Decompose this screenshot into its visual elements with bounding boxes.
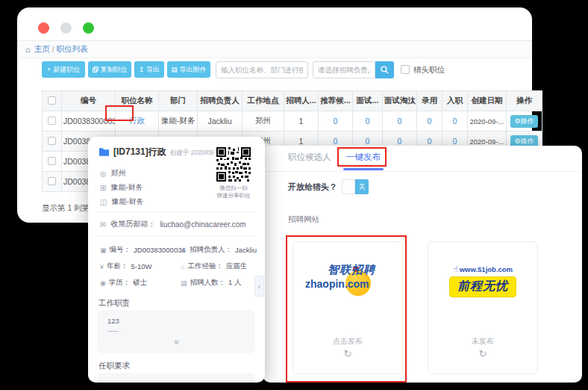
active-tab-underline bbox=[343, 168, 384, 170]
headhunt-toggle-label: 开放给猎头？ bbox=[288, 182, 337, 193]
table-header-row: 编号 职位名称 部门 招聘负责人 工作地点 招聘人... 推荐候... 面试..… bbox=[43, 91, 542, 111]
count-interview[interactable]: 0 bbox=[366, 117, 370, 126]
table-row: JD00383000036 行政 豫能-财务 Jackliu 郑州 1 0 0 … bbox=[43, 111, 542, 131]
experience-icon: ⌂ bbox=[181, 263, 184, 270]
field-label: 招聘人数： bbox=[190, 278, 226, 288]
window-close-button[interactable] bbox=[38, 22, 49, 34]
export-button[interactable]: ↥ 导出 bbox=[134, 61, 164, 78]
export-attachment-button[interactable]: ▤ 导出附件 bbox=[167, 61, 210, 78]
export-label: 导出 bbox=[146, 65, 160, 75]
headhunt-toggle[interactable]: 关 bbox=[342, 179, 369, 194]
qr-code-block: 微信扫一扫 快速分享职位 bbox=[213, 147, 254, 199]
owner-select[interactable] bbox=[313, 61, 375, 78]
expand-chevron-icon[interactable]: « bbox=[171, 340, 181, 345]
copy-icon bbox=[93, 66, 98, 72]
count-recommend[interactable]: 0 bbox=[334, 137, 338, 146]
copy-job-button[interactable]: 复制职位 bbox=[88, 61, 131, 78]
detail-job-title: [ID7131]行政 bbox=[113, 146, 166, 158]
copy-job-label: 复制职位 bbox=[101, 65, 128, 75]
field-label: 编号： bbox=[110, 245, 131, 255]
field-label: 招聘负责人： bbox=[190, 245, 232, 255]
row-action-button[interactable]: ⚙操作 bbox=[510, 115, 537, 128]
col-hired: 录用 bbox=[417, 91, 442, 111]
col-interview: 面试... bbox=[353, 91, 383, 111]
headhunt-checkbox[interactable] bbox=[401, 65, 410, 74]
headcount-icon: ▤ bbox=[181, 279, 187, 287]
new-job-button[interactable]: + 新建职位 bbox=[42, 61, 85, 78]
tab-one-click-publish[interactable]: 一键发布 bbox=[346, 152, 381, 163]
detail-team: 豫能-财务 bbox=[111, 196, 143, 207]
toggle-state-label: 关 bbox=[355, 179, 369, 194]
sites-section-title: 招聘网站 bbox=[288, 214, 319, 225]
zhaopin-logo: 智联招聘 zhaopin.com bbox=[304, 261, 393, 299]
col-created: 创建日期 bbox=[468, 91, 507, 111]
row-checkbox[interactable] bbox=[48, 137, 56, 145]
count-interview-out[interactable]: 0 bbox=[398, 137, 402, 146]
refresh-icon[interactable]: ↻ bbox=[428, 348, 537, 359]
publish-panel: 职位候选人 一键发布 开放给猎头？ 关 招聘网站 智联招聘 zhaopin.co… bbox=[263, 146, 582, 383]
mail-icon: ✉ bbox=[100, 220, 106, 229]
row-checkbox[interactable] bbox=[48, 177, 56, 185]
count-hired[interactable]: 0 bbox=[428, 117, 432, 126]
job-title-link[interactable]: 行政 bbox=[129, 116, 145, 125]
count-onboard[interactable]: 0 bbox=[453, 117, 457, 126]
col-dept: 部门 bbox=[159, 91, 198, 111]
field-value: 1 人 bbox=[228, 278, 241, 288]
count-hired[interactable]: 0 bbox=[428, 137, 432, 146]
field-value: 5-10W bbox=[131, 262, 152, 270]
col-recommend: 推荐候... bbox=[319, 91, 353, 111]
job51-pill: 前程无忧 bbox=[449, 276, 516, 297]
job51-cn-text: 前程无忧 bbox=[457, 279, 508, 292]
search-icon bbox=[381, 66, 389, 74]
zhaopin-status: 点击发布 bbox=[293, 336, 402, 347]
job51-status: 未发布 bbox=[428, 336, 537, 347]
search-input[interactable] bbox=[216, 61, 308, 78]
window-zoom-button[interactable] bbox=[83, 22, 94, 34]
search-button[interactable] bbox=[375, 61, 394, 78]
job51-logo: ☝www.51job.com 前程无忧 bbox=[428, 261, 537, 297]
count-recommend[interactable]: 0 bbox=[334, 117, 338, 126]
toggle-knob bbox=[342, 179, 355, 194]
breadcrumb-current[interactable]: 职位列表 bbox=[57, 44, 88, 55]
job-city: 郑州 bbox=[243, 111, 284, 131]
field-label: 工作经验： bbox=[187, 261, 223, 271]
zhaopin-en-text: zhaopin.com bbox=[305, 278, 369, 290]
screenshot-stage: ⌂ 主页 / 职位列表 + 新建职位 复制职位 ↥ 导出 ▤ 导出附件 bbox=[0, 0, 588, 390]
site-card-zhaopin[interactable]: 智联招聘 zhaopin.com 点击发布 ↻ bbox=[293, 241, 403, 374]
collapse-panel-button[interactable]: ‹ bbox=[254, 276, 264, 297]
refresh-icon[interactable]: ↻ bbox=[293, 348, 402, 359]
duty-content-box: 123 ----- « bbox=[97, 310, 255, 353]
new-job-label: 新建职位 bbox=[53, 65, 80, 75]
duty-section-title: 工作职责 bbox=[98, 298, 130, 309]
row-checkbox[interactable] bbox=[48, 117, 56, 125]
row-checkbox[interactable] bbox=[48, 157, 56, 165]
count-interview-out[interactable]: 0 bbox=[398, 117, 402, 126]
select-all-checkbox[interactable] bbox=[48, 96, 56, 105]
breadcrumb-home[interactable]: 主页 bbox=[34, 44, 50, 55]
field-value: Jackliu bbox=[235, 246, 257, 254]
count-onboard[interactable]: 0 bbox=[453, 137, 457, 146]
person-icon: ♟ bbox=[181, 247, 187, 254]
field-value: JD00383000036 bbox=[134, 246, 186, 254]
site-card-51job[interactable]: ☝www.51job.com 前程无忧 未发布 ↻ bbox=[428, 241, 538, 374]
headhunt-checkbox-label: 猎头职位 bbox=[413, 65, 445, 75]
duty-text: 123 bbox=[107, 317, 119, 325]
resume-email-value: liuchao@chinacareer.com bbox=[160, 220, 245, 229]
col-interview-out: 面试淘汰 bbox=[383, 91, 417, 111]
id-icon: ▣ bbox=[100, 247, 107, 254]
job-owner: Jackliu bbox=[198, 111, 243, 131]
detail-created-date: 创建于 2020/09 bbox=[170, 149, 214, 158]
field-label: 学历： bbox=[109, 278, 131, 288]
breadcrumb-separator: / bbox=[52, 45, 54, 54]
tab-candidates[interactable]: 职位候选人 bbox=[288, 152, 331, 163]
document-icon: ▤ bbox=[171, 66, 178, 73]
job-id: JD00383000036 bbox=[62, 111, 116, 131]
job-created-date: 2020-09-... bbox=[468, 111, 507, 131]
folder-icon bbox=[98, 147, 110, 157]
window-minimize-button[interactable] bbox=[60, 22, 72, 34]
education-icon: ◉ bbox=[100, 279, 106, 287]
count-interview[interactable]: 0 bbox=[366, 137, 370, 146]
location-icon: ◎ bbox=[100, 170, 107, 178]
team-icon: ◫ bbox=[100, 198, 107, 206]
plus-icon: + bbox=[47, 66, 51, 73]
